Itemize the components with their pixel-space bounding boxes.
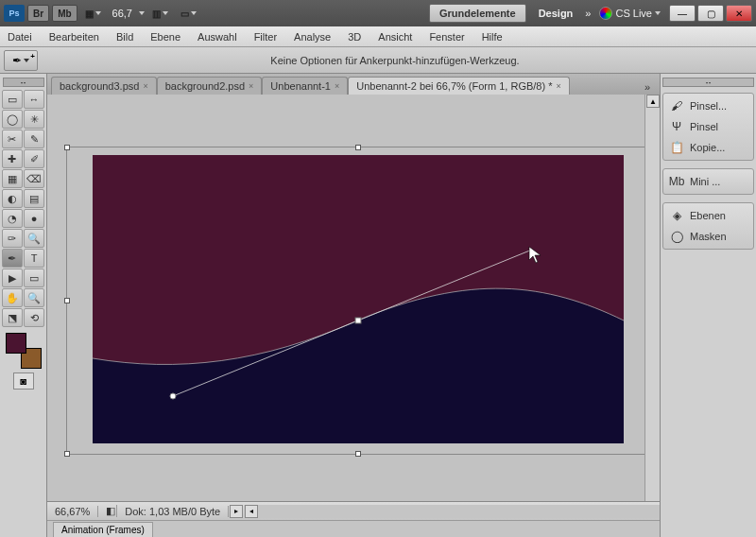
scroll-up-icon[interactable]: ▲ [646, 95, 660, 108]
workspace-design[interactable]: Design [529, 5, 583, 22]
handle-bm[interactable] [355, 451, 361, 457]
handle-bl[interactable] [64, 451, 70, 457]
close-tab-icon[interactable]: × [249, 81, 253, 91]
tool-6-1[interactable]: ● [24, 209, 44, 228]
tool-8-1[interactable]: T [24, 249, 44, 268]
tool-10-0[interactable]: ✋ [2, 288, 23, 307]
menu-datei[interactable]: Datei [8, 31, 32, 43]
tool-6-0[interactable]: ◔ [2, 209, 23, 228]
tool-0-1[interactable]: ↔ [24, 90, 44, 109]
panel-icon: 📋 [668, 140, 685, 155]
screenmode-dropdown[interactable]: ▭ [176, 5, 201, 22]
document-tab[interactable]: background2.psd× [157, 77, 263, 95]
menu-bearbeiten[interactable]: Bearbeiten [49, 31, 99, 43]
foreground-color[interactable] [6, 333, 26, 354]
panel-pinsel[interactable]: ΨPinsel [663, 116, 753, 137]
tool-7-1[interactable]: 🔍 [24, 229, 44, 248]
tool-11-0[interactable]: ⬔ [2, 308, 23, 327]
workspace-grundelemente[interactable]: Grundelemente [429, 4, 526, 23]
minimize-button[interactable]: — [669, 5, 696, 22]
tool-1-1[interactable]: ✳ [24, 110, 44, 129]
canvas-area[interactable]: ▲ [47, 95, 660, 501]
animation-panel-tab[interactable]: Animation (Frames) [53, 522, 153, 537]
panel-icon: Ψ [668, 119, 685, 134]
tool-8-0[interactable]: ✒ [2, 249, 23, 268]
layout-dropdown[interactable]: ▦ [80, 5, 106, 22]
tool-11-1[interactable]: ⟲ [24, 308, 44, 327]
color-swatches[interactable] [6, 333, 42, 369]
current-tool-preset[interactable]: + [4, 50, 38, 71]
tool-9-1[interactable]: ▭ [24, 268, 44, 287]
menu-auswahl[interactable]: Auswahl [198, 31, 237, 43]
close-button[interactable]: ✕ [726, 5, 752, 22]
options-message: Keine Optionen für Ankerpunkt-hinzufügen… [38, 55, 752, 66]
tool-3-0[interactable]: ✚ [2, 149, 23, 168]
panel-label: Kopie... [690, 142, 725, 153]
tool-9-0[interactable]: ▶ [2, 268, 23, 287]
panel-kopie[interactable]: 📋Kopie... [663, 137, 753, 158]
tool-3-1[interactable]: ✐ [24, 149, 44, 168]
panel-label: Pinsel [690, 121, 718, 132]
menu-bild[interactable]: Bild [116, 31, 133, 43]
status-zoom[interactable]: 66,67% [47, 506, 98, 517]
cs-live-button[interactable]: CS Live [599, 7, 661, 20]
tool-10-1[interactable]: 🔍 [24, 288, 44, 307]
panel-icon: ◈ [668, 208, 685, 223]
status-docsize[interactable]: Dok: 1,03 MB/0 Byte [117, 506, 229, 517]
status-icon[interactable]: ◧ [98, 505, 117, 517]
handle-tl[interactable] [64, 145, 70, 150]
tab-label: Unbenannt-2 bei 66,7% (Form 1, RGB/8) * [356, 80, 552, 92]
vertical-scrollbar[interactable]: ▲ [644, 95, 660, 501]
status-more-icon[interactable]: ▸ [230, 505, 243, 518]
panel-label: Mini ... [690, 176, 720, 187]
document-tab[interactable]: background3.psd× [51, 77, 157, 95]
zoom-level[interactable]: 66,7 [112, 8, 132, 19]
tool-2-1[interactable]: ✎ [24, 130, 44, 148]
handle-ml[interactable] [64, 298, 70, 303]
close-tab-icon[interactable]: × [556, 81, 560, 91]
tabs-overflow[interactable]: » [639, 79, 656, 95]
workspace-more[interactable]: » [585, 8, 591, 19]
tool-5-1[interactable]: ▤ [24, 189, 44, 208]
tool-4-0[interactable]: ▦ [2, 169, 23, 188]
handle-tm[interactable] [355, 145, 361, 150]
panel-icon: 🖌 [668, 98, 685, 113]
document-canvas[interactable] [93, 155, 624, 443]
tool-4-1[interactable]: ⌫ [24, 169, 44, 188]
close-tab-icon[interactable]: × [335, 81, 339, 91]
document-tab[interactable]: Unbenannt-2 bei 66,7% (Form 1, RGB/8) *× [348, 77, 570, 95]
panel-pinsel[interactable]: 🖌Pinsel... [663, 95, 753, 116]
tool-2-0[interactable]: ✂ [2, 130, 23, 148]
menu-ebene[interactable]: Ebene [150, 31, 180, 43]
tool-5-0[interactable]: ◐ [2, 189, 23, 208]
cs-live-icon [599, 7, 612, 20]
menu-ansicht[interactable]: Ansicht [378, 31, 412, 43]
horizontal-scrollbar[interactable]: ◂ [244, 505, 660, 518]
zoom-dropdown-icon[interactable] [139, 11, 145, 15]
menu-fenster[interactable]: Fenster [429, 31, 464, 43]
tool-1-0[interactable]: ◯ [2, 110, 23, 129]
menu-hilfe[interactable]: Hilfe [482, 31, 503, 43]
tab-label: background3.psd [60, 80, 139, 92]
tool-7-0[interactable]: ✑ [2, 229, 23, 248]
minibridge-button[interactable]: Mb [52, 5, 77, 22]
menu-3d[interactable]: 3D [348, 31, 361, 43]
panel-mini[interactable]: MbMini ... [663, 171, 753, 192]
panel-masken[interactable]: ◯Masken [663, 226, 753, 247]
dock-collapse[interactable]: ·· [662, 78, 754, 87]
tool-0-0[interactable]: ▭ [2, 90, 23, 109]
bridge-button[interactable]: Br [27, 5, 49, 22]
tab-label: Unbenannt-1 [270, 80, 331, 92]
panel-dock: ·· 🖌Pinsel...ΨPinsel📋Kopie... MbMini ...… [660, 74, 756, 537]
menu-analyse[interactable]: Analyse [294, 31, 331, 43]
pen-plus-icon [12, 54, 22, 67]
arrange-dropdown[interactable]: ▥ [147, 5, 173, 22]
toolbox-collapse[interactable]: ·· [3, 78, 44, 87]
quickmask-toggle[interactable]: ◙ [13, 372, 34, 390]
maximize-button[interactable]: ▢ [697, 5, 724, 22]
panel-ebenen[interactable]: ◈Ebenen [663, 205, 753, 226]
document-tab[interactable]: Unbenannt-1× [262, 77, 348, 95]
menu-filter[interactable]: Filter [254, 31, 277, 43]
panel-label: Pinsel... [690, 100, 727, 112]
close-tab-icon[interactable]: × [143, 81, 147, 91]
